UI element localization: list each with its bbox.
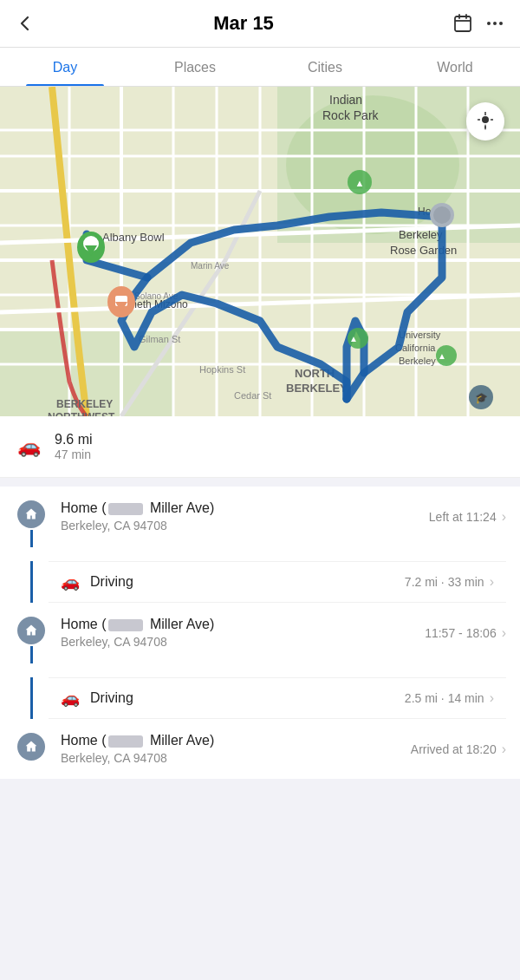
header-left [16,14,35,33]
home-marker-2 [17,617,45,644]
timeline-line-2 [30,646,33,663]
stats-text: 9.6 mi 47 min [55,432,93,461]
driving-car-icon-2: 🚗 [61,689,80,708]
svg-text:Albany Bowl: Albany Bowl [102,231,165,244]
svg-text:Rock Park: Rock Park [322,108,380,122]
stats-bar: 🚗 9.6 mi 47 min [0,416,520,478]
timeline-content-3[interactable]: Home ( Miller Ave) Berkeley, CA 94708 Ar… [49,733,506,765]
svg-text:▲: ▲ [438,351,446,361]
svg-text:Cedar St: Cedar St [234,390,271,401]
stats-duration: 47 min [55,448,93,461]
svg-text:▲: ▲ [355,178,365,188]
more-button[interactable] [485,14,504,33]
tab-world[interactable]: World [390,48,520,86]
driving-chevron-2: › [490,690,494,706]
timeline-content-1[interactable]: Home ( Miller Ave) Berkeley, CA 94708 Le… [49,500,506,547]
driving-detail-1: 7.2 mi · 33 min [405,575,484,589]
svg-point-62 [482,116,489,123]
home-marker-3 [17,733,45,761]
svg-text:Hopkins St: Hopkins St [199,364,245,375]
svg-text:▲: ▲ [349,334,358,343]
location-name-1: Home ( Miller Ave) [61,500,214,516]
location-address-3: Berkeley, CA 94708 [61,751,214,765]
driving-content-2[interactable]: 🚗 Driving 2.5 mi · 14 min › [49,677,506,719]
svg-point-4 [487,22,491,25]
timeline-line-1 [30,530,33,547]
home-marker-1 [17,500,45,528]
tab-places[interactable]: Places [130,48,260,86]
back-button[interactable] [16,14,35,33]
header-title: Mar 15 [213,12,274,35]
header-right [452,13,504,34]
driving-chevron-1: › [490,574,494,590]
tab-day[interactable]: Day [0,48,130,86]
svg-text:BERKELEY: BERKELEY [56,398,113,410]
timeline-content-2[interactable]: Home ( Miller Ave) Berkeley, CA 94708 11… [49,617,506,663]
chevron-2: › [502,625,506,641]
chevron-1: › [502,509,506,525]
driving-line-2a [30,677,33,719]
driving-content-1[interactable]: 🚗 Driving 7.2 mi · 33 min › [49,561,506,603]
svg-point-5 [493,22,497,25]
location-time-1: Left at 11:24 [429,510,497,524]
timeline-item-2: Home ( Miller Ave) Berkeley, CA 94708 11… [0,603,520,677]
svg-text:Gilman St: Gilman St [139,334,180,344]
redacted-2 [108,619,143,631]
location-name-2: Home ( Miller Ave) [61,617,214,632]
svg-text:Berkeley: Berkeley [399,228,443,241]
location-time-2: 11:57 - 18:06 [425,626,497,640]
svg-rect-0 [455,16,471,31]
timeline-item-1: Home ( Miller Ave) Berkeley, CA 94708 Le… [0,487,520,561]
svg-text:🎓: 🎓 [475,391,488,404]
tab-cities[interactable]: Cities [260,48,390,86]
stats-distance: 9.6 mi [55,432,93,448]
location-name-3: Home ( Miller Ave) [61,733,214,748]
driving-detail-2: 2.5 mi · 14 min [405,691,484,705]
svg-text:Berkeley: Berkeley [399,356,436,366]
location-fab-button[interactable] [466,102,504,140]
driving-left-2 [14,677,49,719]
timeline-left-3 [14,733,49,765]
calendar-button[interactable] [452,13,473,34]
timeline-left-1 [14,500,49,547]
location-address-1: Berkeley, CA 94708 [61,519,214,532]
timeline-item-3: Home ( Miller Ave) Berkeley, CA 94708 Ar… [0,719,520,779]
car-stats-icon: 🚗 [17,435,41,458]
location-address-2: Berkeley, CA 94708 [61,635,214,649]
location-time-3: Arrived at 18:20 [411,742,497,756]
driving-left-1 [14,561,49,603]
svg-point-6 [499,22,503,25]
tab-bar: Day Places Cities World [0,48,520,87]
redacted-1 [108,503,143,515]
driving-car-icon-1: 🚗 [61,572,80,591]
chevron-3: › [502,742,506,757]
map-view[interactable]: Gilman St Hopkins St Cedar St Solano Ave… [0,87,520,416]
timeline-left-2 [14,617,49,663]
svg-text:Marin Ave: Marin Ave [191,261,230,271]
driving-label-1: Driving [90,574,133,590]
svg-point-49 [433,206,451,224]
driving-segment-2: 🚗 Driving 2.5 mi · 14 min › [0,677,520,719]
driving-line-1a [30,561,33,603]
redacted-3 [108,735,143,748]
svg-text:BERKELEY: BERKELEY [286,382,348,395]
driving-segment-1: 🚗 Driving 7.2 mi · 33 min › [0,561,520,603]
svg-text:Indian: Indian [329,93,362,107]
svg-text:Rose Garden: Rose Garden [390,244,457,257]
driving-label-2: Driving [90,690,133,706]
svg-text:NORTHWEST: NORTHWEST [48,411,115,416]
timeline: Home ( Miller Ave) Berkeley, CA 94708 Le… [0,478,520,787]
header: Mar 15 [0,0,520,48]
